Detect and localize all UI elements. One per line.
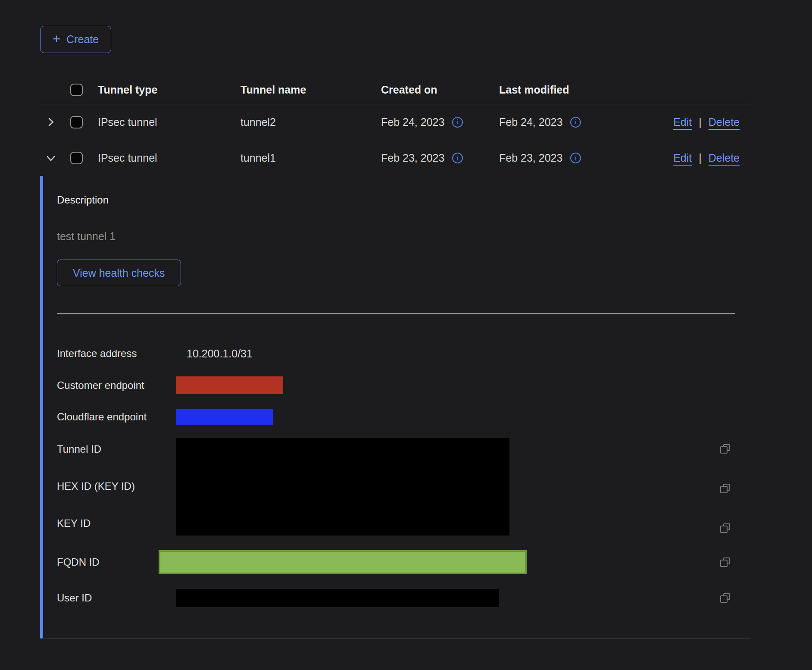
last-modified-cell: Feb 23, 2023 (499, 152, 562, 164)
action-separator: | (699, 152, 702, 164)
expand-row-button[interactable] (40, 113, 62, 131)
user-id-row: User ID (57, 589, 751, 607)
user-id-label: User ID (57, 592, 176, 604)
created-on-cell: Feb 23, 2023 (381, 152, 444, 164)
copy-tunnel-id-button[interactable] (719, 442, 732, 455)
user-id-redacted (176, 589, 499, 607)
tunnel-name-cell: tunnel1 (240, 152, 381, 164)
copy-icon (719, 482, 732, 495)
select-all-checkbox[interactable] (70, 84, 83, 96)
description-label: Description (57, 194, 751, 206)
customer-endpoint-label: Customer endpoint (57, 379, 176, 391)
copy-hex-id-button[interactable] (719, 482, 732, 495)
copy-key-id-button[interactable] (719, 522, 732, 535)
delete-link[interactable]: Delete (709, 116, 740, 128)
interface-address-row: Interface address 10.200.1.0/31 (57, 346, 751, 361)
cloudflare-endpoint-label: Cloudflare endpoint (57, 411, 176, 423)
tunnels-page: + Create Tunnel type Tunnel name Created… (0, 0, 812, 670)
row-checkbox[interactable] (70, 152, 83, 164)
table-row-tunnel1: IPsec tunnel tunnel1 Feb 23, 2023 i Feb … (40, 140, 751, 176)
copy-fqdn-id-button[interactable] (719, 556, 732, 569)
plus-icon: + (53, 32, 60, 46)
tunnel-ids-group: Tunnel ID HEX ID (KEY ID) KEY ID (57, 438, 751, 535)
tunnel-type-cell: IPsec tunnel (98, 116, 240, 128)
create-button-label: Create (66, 33, 99, 46)
cloudflare-endpoint-redacted (176, 409, 273, 425)
copy-icon (719, 556, 732, 569)
key-id-label: KEY ID (57, 517, 176, 529)
created-on-cell: Feb 24, 2023 (381, 116, 444, 128)
chevron-right-icon (44, 116, 57, 128)
tunnel-details-panel: Description test tunnel 1 View health ch… (40, 176, 751, 639)
copy-icon (719, 522, 732, 535)
column-header-tunnel-name: Tunnel name (240, 84, 381, 96)
fqdn-id-redacted (159, 550, 527, 574)
customer-endpoint-redacted (176, 376, 283, 394)
row-checkbox[interactable] (70, 116, 83, 128)
chevron-down-icon (44, 152, 57, 165)
last-modified-cell: Feb 24, 2023 (499, 116, 562, 128)
hex-id-label: HEX ID (KEY ID) (57, 480, 176, 492)
table-row-tunnel2: IPsec tunnel tunnel2 Feb 24, 2023 i Feb … (40, 104, 751, 140)
view-health-checks-button[interactable]: View health checks (57, 260, 181, 286)
collapse-row-button[interactable] (40, 150, 62, 167)
panel-divider (57, 313, 735, 314)
copy-user-id-button[interactable] (719, 592, 732, 604)
tunnel-ids-copy-buttons (719, 438, 732, 535)
column-header-tunnel-type: Tunnel type (98, 84, 240, 96)
copy-icon (719, 442, 732, 455)
tunnel-name-cell: tunnel2 (240, 116, 381, 128)
customer-endpoint-row: Customer endpoint (57, 376, 751, 394)
info-icon[interactable]: i (570, 153, 581, 163)
description-value: test tunnel 1 (57, 230, 751, 243)
tunnel-ids-redacted (176, 438, 509, 535)
tunnel-type-cell: IPsec tunnel (98, 152, 240, 164)
copy-icon (719, 592, 732, 604)
edit-link[interactable]: Edit (673, 116, 692, 128)
cloudflare-endpoint-row: Cloudflare endpoint (57, 409, 751, 425)
fqdn-id-row: FQDN ID (57, 550, 751, 574)
edit-link[interactable]: Edit (673, 152, 692, 164)
tunnel-ids-labels: Tunnel ID HEX ID (KEY ID) KEY ID (57, 438, 176, 535)
view-health-checks-label: View health checks (73, 267, 165, 279)
info-icon[interactable]: i (452, 117, 463, 128)
info-icon[interactable]: i (570, 117, 581, 128)
interface-address-label: Interface address (57, 348, 176, 360)
column-header-last-modified: Last modified (499, 84, 641, 96)
interface-address-value: 10.200.1.0/31 (176, 348, 253, 360)
action-separator: | (699, 116, 702, 128)
tunnel-id-label: Tunnel ID (57, 443, 176, 455)
info-icon[interactable]: i (452, 153, 463, 163)
tunnels-table-header: Tunnel type Tunnel name Created on Last … (40, 75, 751, 104)
delete-link[interactable]: Delete (709, 152, 740, 164)
column-header-created-on: Created on (381, 84, 499, 96)
create-button[interactable]: + Create (40, 26, 111, 53)
